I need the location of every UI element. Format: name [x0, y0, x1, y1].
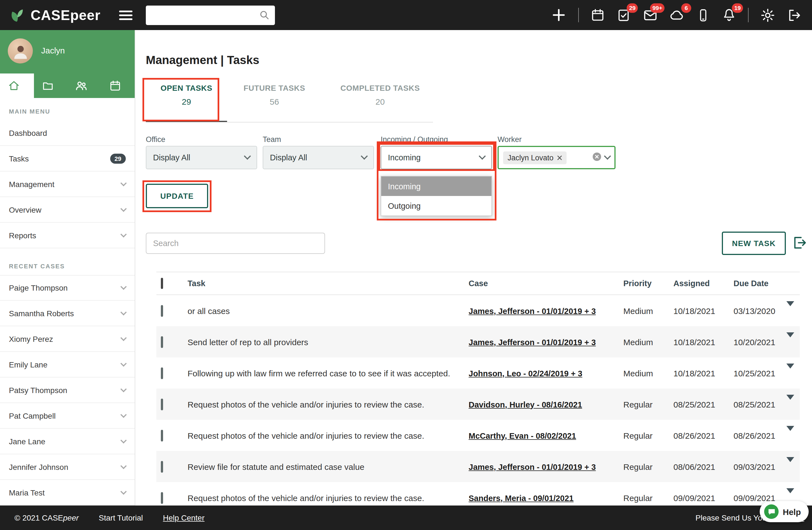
start-tutorial-link[interactable]: Start Tutorial [99, 513, 143, 522]
signout-icon[interactable] [787, 8, 802, 23]
phone-icon[interactable] [696, 8, 710, 22]
inout-select[interactable]: Incoming [381, 146, 492, 169]
row-actions-caret-icon[interactable] [786, 395, 794, 409]
assigned-date: 08/25/2021 [673, 399, 734, 409]
sidebar-recent-case[interactable]: Xiomy Perez [0, 326, 135, 352]
divider [748, 8, 749, 22]
team-filter-label: Team [263, 135, 281, 144]
chevron-down-icon [244, 153, 251, 159]
sidebar-recent-case[interactable]: Maria Test [0, 480, 135, 505]
recent-case-name: Xiomy Perez [9, 334, 53, 343]
task-text: Request photos of the vehicle and/or inj… [188, 399, 469, 409]
priority-value: Medium [623, 306, 673, 315]
sidebar-recent-case[interactable]: Pat Campbell [0, 403, 135, 429]
top-bar: CASEpeer 29 99+ [0, 0, 812, 30]
gear-icon[interactable] [760, 8, 775, 23]
table-row: Send letter of rep to all providers Jame… [156, 326, 800, 357]
cloud-badge: 6 [681, 3, 691, 13]
add-icon[interactable] [551, 7, 567, 23]
calendar-icon[interactable] [591, 8, 605, 22]
clear-all-icon[interactable] [592, 152, 601, 163]
team-select[interactable]: Display All [263, 146, 374, 169]
due-date: 10/25/2021 [734, 368, 786, 378]
task-text: or all cases [188, 306, 469, 315]
tasks-table: Task Case Priority Assigned Due Date or … [156, 272, 800, 513]
select-all-checkbox[interactable] [161, 278, 163, 289]
row-actions-caret-icon[interactable] [786, 426, 794, 440]
sidebar-recent-case[interactable]: Jennifer Johnson [0, 454, 135, 480]
sidebar-item-management[interactable]: Management [0, 171, 135, 197]
assigned-date: 10/18/2021 [673, 306, 734, 315]
chevron-down-icon [604, 153, 611, 159]
case-link[interactable]: James, Jefferson - 01/01/2019 + 3 [469, 338, 596, 346]
sidebar-item-dashboard[interactable]: Dashboard [0, 120, 135, 146]
row-checkbox[interactable] [161, 461, 163, 472]
task-search-input[interactable] [146, 233, 325, 254]
worker-select[interactable]: Jaclyn Lovato [497, 146, 615, 169]
tasks-badge: 29 [627, 3, 638, 13]
help-center-link[interactable]: Help Center [163, 513, 204, 522]
sidebar-recent-case[interactable]: Jane Lane [0, 429, 135, 454]
row-actions-caret-icon[interactable] [786, 332, 794, 346]
worker-tag[interactable]: Jaclyn Lovato [503, 151, 566, 164]
tab-completed-tasks[interactable]: COMPLETED TASKS 20 [322, 80, 438, 106]
case-link[interactable]: James, Jefferson - 01/01/2019 + 3 [469, 462, 596, 471]
remove-tag-icon[interactable] [557, 155, 562, 160]
row-actions-caret-icon[interactable] [786, 363, 794, 378]
avatar[interactable] [8, 39, 33, 63]
row-actions-caret-icon[interactable] [786, 301, 794, 315]
sidebar-recent-case[interactable]: Paige Thompson [0, 275, 135, 301]
tab-future-tasks[interactable]: FUTURE TASKS 56 [227, 80, 322, 106]
row-checkbox[interactable] [161, 398, 163, 410]
mail-icon[interactable]: 99+ [643, 8, 658, 23]
row-actions-caret-icon[interactable] [786, 457, 794, 471]
global-search[interactable] [146, 5, 275, 25]
cases-folder-tab[interactable] [34, 73, 67, 98]
tab-open-tasks[interactable]: OPEN TASKS 29 [146, 80, 227, 106]
sidebar-item-tasks[interactable]: Tasks 29 [0, 146, 135, 171]
task-text: Review file for statute and estimated ca… [188, 462, 469, 471]
tasks-table-header: Task Case Priority Assigned Due Date [156, 272, 800, 295]
global-search-input[interactable] [150, 11, 259, 19]
row-checkbox[interactable] [161, 492, 163, 504]
calendar-tab[interactable] [101, 73, 135, 98]
sidebar-item-label: Dashboard [9, 128, 47, 137]
task-text: Send letter of rep to all providers [188, 337, 469, 346]
home-tab[interactable] [0, 73, 34, 98]
sidebar-recent-case[interactable]: Emily Lane [0, 352, 135, 377]
contacts-tab[interactable] [67, 73, 101, 98]
sidebar-recent-case[interactable]: Patsy Thompson [0, 377, 135, 403]
cloud-icon[interactable]: 6 [669, 8, 684, 23]
row-actions-caret-icon[interactable] [786, 488, 794, 502]
checklist-icon[interactable]: 29 [617, 8, 631, 22]
dropdown-option-outgoing[interactable]: Outgoing [381, 196, 491, 215]
task-table-body: or all cases James, Jefferson - 01/01/20… [156, 295, 800, 513]
recent-case-name: Jennifer Johnson [9, 462, 68, 471]
table-row: Following up with law firm we referred c… [156, 357, 800, 389]
update-button[interactable]: UPDATE [146, 184, 208, 208]
sidebar-recent-case[interactable]: Samantha Roberts [0, 301, 135, 326]
sidebar-item-overview[interactable]: Overview [0, 197, 135, 223]
menu-icon[interactable] [119, 10, 133, 20]
row-checkbox[interactable] [161, 430, 163, 441]
export-icon[interactable] [792, 235, 808, 253]
row-checkbox[interactable] [161, 367, 163, 379]
row-checkbox[interactable] [161, 336, 163, 348]
case-link[interactable]: Davidson, Hurley - 08/16/2021 [469, 400, 582, 409]
bell-icon[interactable]: 19 [722, 8, 736, 22]
due-date: 08/26/2021 [734, 431, 786, 440]
sidebar-item-reports[interactable]: Reports [0, 223, 135, 248]
priority-value: Regular [623, 462, 673, 471]
new-task-button[interactable]: NEW TASK [722, 232, 786, 255]
case-link[interactable]: Johnson, Leo - 02/24/2019 + 3 [469, 369, 582, 378]
row-checkbox[interactable] [161, 305, 163, 316]
case-link[interactable]: McCarthy, Evan - 08/02/2021 [469, 431, 576, 440]
office-select[interactable]: Display All [146, 146, 257, 169]
dropdown-option-incoming[interactable]: Incoming [381, 176, 491, 196]
priority-value: Regular [623, 399, 673, 409]
brand-logo[interactable]: CASEpeer [0, 6, 100, 24]
case-link[interactable]: James, Jefferson - 01/01/2019 + 3 [469, 306, 596, 315]
help-button[interactable]: Help [760, 501, 809, 522]
case-link[interactable]: Sanders, Meria - 09/01/2021 [469, 493, 574, 502]
due-date: 10/20/2021 [734, 337, 786, 346]
